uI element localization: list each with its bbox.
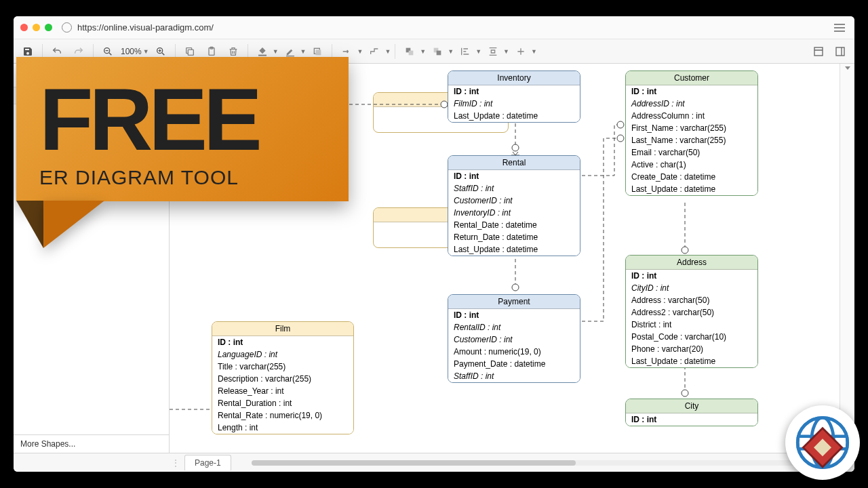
page-grip-icon[interactable]: ⋮ [171,458,180,468]
entity-column[interactable]: Rental_Rate : numeric(19, 0) [212,409,353,422]
to-front-icon[interactable] [399,42,420,61]
entity-column[interactable]: Description : varchar(255) [212,373,353,385]
align-icon[interactable] [455,42,475,61]
zoom-level[interactable]: 100% [119,47,143,56]
entity-column[interactable]: Payment_Date : datetime [448,358,580,370]
entity-column[interactable]: Last_Update : datetime [448,110,580,122]
window-controls [20,24,52,31]
svg-rect-13 [814,47,823,56]
svg-point-15 [512,144,519,151]
entity-column[interactable]: Last_Update : datetime [626,355,757,367]
svg-rect-6 [286,56,294,56]
chevron-down-icon[interactable] [845,66,850,70]
chevron-down-icon[interactable]: ▼ [503,48,509,55]
distribute-icon[interactable] [483,42,503,61]
address-bar[interactable]: https://online.visual-paradigm.com/ [77,22,825,33]
entity-address[interactable]: Address ID : intCityID : intAddress : va… [625,255,758,368]
entity-column[interactable]: Address2 : varchar(50) [626,306,757,319]
entity-film[interactable]: Film ID : intLanguageID : intTitle : var… [212,321,354,434]
chevron-down-icon[interactable]: ▼ [420,48,426,55]
svg-rect-12 [437,50,441,55]
entity-column[interactable]: Address : varchar(50) [626,294,757,306]
title-bar: https://online.visual-paradigm.com/ [14,16,854,39]
svg-point-20 [682,390,688,396]
page-tab[interactable]: Page-1 [184,455,231,470]
entity-customer[interactable]: Customer ID : intAddressID : intAddressC… [625,70,758,196]
entity-column[interactable]: RentalID : int [448,321,580,333]
entity-column[interactable]: Release_Year : int [212,385,353,397]
entity-column[interactable]: AddressColumn : int [626,110,757,122]
entity-title: Address [626,256,757,270]
minimize-icon[interactable] [33,24,40,31]
entity-column[interactable]: Active : char(1) [626,159,757,171]
format-panel-icon[interactable] [808,42,829,61]
entity-column[interactable]: LanguageID : int [212,348,353,361]
entity-column[interactable]: Phone : varchar(20) [626,343,757,355]
entity-column[interactable]: CustomerID : int [448,195,580,207]
entity-column[interactable]: Postal_Code : varchar(10) [626,331,757,343]
entity-column[interactable]: CustomerID : int [448,333,580,346]
waypoint-icon[interactable] [364,42,384,61]
entity-column[interactable]: Amount : numeric(19, 0) [448,346,580,358]
svg-point-16 [512,284,519,291]
site-info-icon[interactable] [62,22,72,33]
to-back-icon[interactable] [427,42,448,61]
entity-column[interactable]: First_Name : varchar(255) [626,122,757,134]
entity-title: Payment [448,295,580,309]
menu-icon[interactable] [831,21,848,35]
svg-point-19 [682,247,688,253]
entity-column[interactable]: ID : int [626,270,757,282]
entity-column[interactable]: Length : int [212,422,353,434]
entity-title: Inventory [448,71,580,85]
entity-column[interactable]: Create_Date : datetime [626,171,757,183]
chevron-down-icon[interactable]: ▼ [384,48,391,55]
entity-column[interactable]: FilmID : int [448,98,580,110]
entity-column[interactable]: CityID : int [626,282,757,294]
chevron-down-icon[interactable]: ▼ [448,48,454,55]
entity-column[interactable]: Return_Date : datetime [448,231,580,243]
svg-point-17 [617,121,624,128]
entity-column[interactable]: Rental_Date : datetime [448,219,580,231]
entity-payment[interactable]: Payment ID : intRentalID : intCustomerID… [448,294,580,383]
chevron-down-icon[interactable]: ▼ [475,48,481,55]
entity-column[interactable]: StaffID : int [448,182,580,195]
add-icon[interactable] [511,42,531,61]
banner-title: FREE [39,80,326,159]
brand-logo [785,405,860,480]
entity-column[interactable]: Last_Update : datetime [626,183,757,195]
maximize-icon[interactable] [45,24,52,31]
chevron-down-icon[interactable]: ▼ [300,48,307,55]
chevron-down-icon[interactable]: ▼ [273,48,279,55]
entity-column[interactable]: ID : int [626,85,757,98]
entity-column[interactable]: District : int [626,319,757,331]
entity-title: Customer [626,71,757,85]
entity-column[interactable]: Email : varchar(50) [626,146,757,159]
entity-column[interactable]: ID : int [448,170,580,182]
entity-column[interactable]: InventoryID : int [448,207,580,219]
horizontal-scrollbar[interactable] [252,460,841,466]
close-icon[interactable] [20,24,28,31]
entity-column[interactable]: ID : int [448,309,580,321]
more-shapes-button[interactable]: More Shapes... [14,434,169,453]
entity-column[interactable]: Last_Update : datetime [448,243,580,256]
entity-title: Rental [448,156,580,170]
entity-column[interactable]: StaffID : int [448,370,580,382]
entity-column[interactable]: Last_Name : varchar(255) [626,134,757,146]
entity-city[interactable]: City ID : int [625,399,758,426]
entity-column[interactable]: ID : int [212,336,353,348]
entity-inventory[interactable]: Inventory ID : intFilmID : intLast_Updat… [448,70,580,123]
svg-rect-10 [409,50,414,55]
entity-column[interactable]: ID : int [448,85,580,98]
svg-rect-8 [316,49,321,55]
right-rail[interactable] [840,64,854,453]
chevron-down-icon[interactable]: ▼ [143,48,149,55]
entity-rental[interactable]: Rental ID : intStaffID : intCustomerID :… [448,155,580,256]
chevron-down-icon[interactable]: ▼ [531,48,537,55]
outline-panel-icon[interactable] [830,42,850,61]
entity-column[interactable]: ID : int [626,413,757,426]
entity-column[interactable]: Rental_Duration : int [212,397,353,409]
entity-column[interactable]: AddressID : int [626,98,757,110]
entity-column[interactable]: Title : varchar(255) [212,361,353,373]
entity-title: City [626,399,757,413]
chevron-down-icon[interactable]: ▼ [357,48,363,55]
